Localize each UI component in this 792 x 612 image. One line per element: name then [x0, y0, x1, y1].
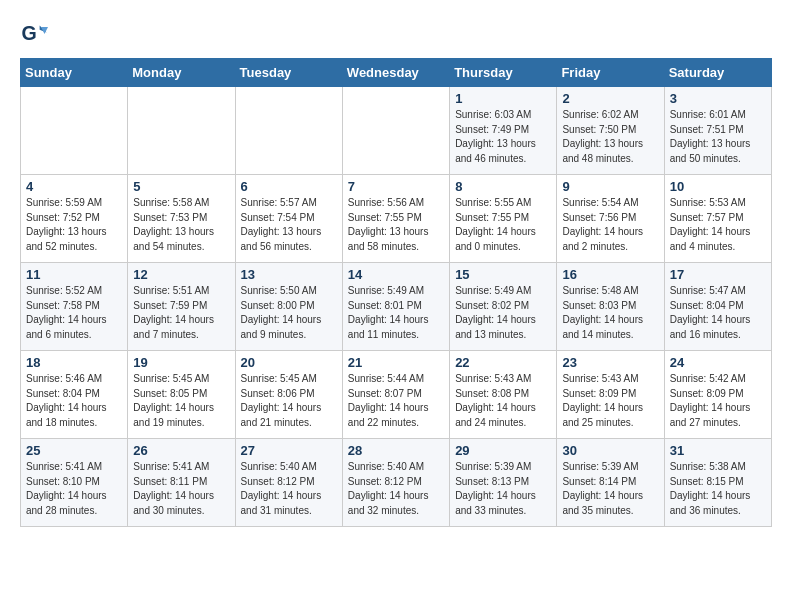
day-number: 18 [26, 355, 123, 370]
day-number: 14 [348, 267, 445, 282]
weekday-header-row: SundayMondayTuesdayWednesdayThursdayFrid… [21, 59, 772, 87]
day-info: Sunrise: 5:49 AM Sunset: 8:01 PM Dayligh… [348, 284, 445, 342]
day-number: 26 [133, 443, 230, 458]
calendar-cell: 9Sunrise: 5:54 AM Sunset: 7:56 PM Daylig… [557, 175, 664, 263]
day-info: Sunrise: 5:43 AM Sunset: 8:08 PM Dayligh… [455, 372, 552, 430]
day-number: 22 [455, 355, 552, 370]
day-info: Sunrise: 5:49 AM Sunset: 8:02 PM Dayligh… [455, 284, 552, 342]
day-number: 21 [348, 355, 445, 370]
calendar-cell: 12Sunrise: 5:51 AM Sunset: 7:59 PM Dayli… [128, 263, 235, 351]
day-number: 10 [670, 179, 767, 194]
day-number: 27 [241, 443, 338, 458]
calendar-cell: 5Sunrise: 5:58 AM Sunset: 7:53 PM Daylig… [128, 175, 235, 263]
day-info: Sunrise: 5:40 AM Sunset: 8:12 PM Dayligh… [348, 460, 445, 518]
day-info: Sunrise: 5:41 AM Sunset: 8:11 PM Dayligh… [133, 460, 230, 518]
day-number: 29 [455, 443, 552, 458]
weekday-header: Wednesday [342, 59, 449, 87]
day-info: Sunrise: 5:45 AM Sunset: 8:05 PM Dayligh… [133, 372, 230, 430]
calendar-cell: 31Sunrise: 5:38 AM Sunset: 8:15 PM Dayli… [664, 439, 771, 527]
day-info: Sunrise: 5:55 AM Sunset: 7:55 PM Dayligh… [455, 196, 552, 254]
day-info: Sunrise: 5:56 AM Sunset: 7:55 PM Dayligh… [348, 196, 445, 254]
day-info: Sunrise: 5:39 AM Sunset: 8:14 PM Dayligh… [562, 460, 659, 518]
day-info: Sunrise: 5:58 AM Sunset: 7:53 PM Dayligh… [133, 196, 230, 254]
calendar-week-row: 11Sunrise: 5:52 AM Sunset: 7:58 PM Dayli… [21, 263, 772, 351]
day-number: 6 [241, 179, 338, 194]
day-number: 4 [26, 179, 123, 194]
calendar-cell: 29Sunrise: 5:39 AM Sunset: 8:13 PM Dayli… [450, 439, 557, 527]
calendar-week-row: 1Sunrise: 6:03 AM Sunset: 7:49 PM Daylig… [21, 87, 772, 175]
calendar-cell: 6Sunrise: 5:57 AM Sunset: 7:54 PM Daylig… [235, 175, 342, 263]
weekday-header: Monday [128, 59, 235, 87]
calendar-week-row: 4Sunrise: 5:59 AM Sunset: 7:52 PM Daylig… [21, 175, 772, 263]
calendar-cell: 10Sunrise: 5:53 AM Sunset: 7:57 PM Dayli… [664, 175, 771, 263]
day-info: Sunrise: 5:45 AM Sunset: 8:06 PM Dayligh… [241, 372, 338, 430]
day-number: 2 [562, 91, 659, 106]
day-number: 3 [670, 91, 767, 106]
day-number: 30 [562, 443, 659, 458]
day-number: 9 [562, 179, 659, 194]
day-info: Sunrise: 5:41 AM Sunset: 8:10 PM Dayligh… [26, 460, 123, 518]
calendar-cell: 1Sunrise: 6:03 AM Sunset: 7:49 PM Daylig… [450, 87, 557, 175]
day-info: Sunrise: 5:51 AM Sunset: 7:59 PM Dayligh… [133, 284, 230, 342]
day-info: Sunrise: 5:40 AM Sunset: 8:12 PM Dayligh… [241, 460, 338, 518]
day-info: Sunrise: 6:03 AM Sunset: 7:49 PM Dayligh… [455, 108, 552, 166]
calendar-cell: 18Sunrise: 5:46 AM Sunset: 8:04 PM Dayli… [21, 351, 128, 439]
day-number: 11 [26, 267, 123, 282]
day-info: Sunrise: 5:39 AM Sunset: 8:13 PM Dayligh… [455, 460, 552, 518]
calendar-cell [342, 87, 449, 175]
calendar-week-row: 18Sunrise: 5:46 AM Sunset: 8:04 PM Dayli… [21, 351, 772, 439]
calendar-cell: 16Sunrise: 5:48 AM Sunset: 8:03 PM Dayli… [557, 263, 664, 351]
weekday-header: Sunday [21, 59, 128, 87]
calendar-week-row: 25Sunrise: 5:41 AM Sunset: 8:10 PM Dayli… [21, 439, 772, 527]
day-info: Sunrise: 5:38 AM Sunset: 8:15 PM Dayligh… [670, 460, 767, 518]
calendar-table: SundayMondayTuesdayWednesdayThursdayFrid… [20, 58, 772, 527]
day-number: 8 [455, 179, 552, 194]
day-number: 12 [133, 267, 230, 282]
calendar-cell: 27Sunrise: 5:40 AM Sunset: 8:12 PM Dayli… [235, 439, 342, 527]
calendar-cell: 3Sunrise: 6:01 AM Sunset: 7:51 PM Daylig… [664, 87, 771, 175]
day-number: 19 [133, 355, 230, 370]
calendar-cell: 7Sunrise: 5:56 AM Sunset: 7:55 PM Daylig… [342, 175, 449, 263]
day-number: 13 [241, 267, 338, 282]
calendar-cell: 8Sunrise: 5:55 AM Sunset: 7:55 PM Daylig… [450, 175, 557, 263]
day-info: Sunrise: 5:57 AM Sunset: 7:54 PM Dayligh… [241, 196, 338, 254]
calendar-cell: 20Sunrise: 5:45 AM Sunset: 8:06 PM Dayli… [235, 351, 342, 439]
calendar-cell: 24Sunrise: 5:42 AM Sunset: 8:09 PM Dayli… [664, 351, 771, 439]
day-info: Sunrise: 5:54 AM Sunset: 7:56 PM Dayligh… [562, 196, 659, 254]
day-number: 25 [26, 443, 123, 458]
calendar-cell: 26Sunrise: 5:41 AM Sunset: 8:11 PM Dayli… [128, 439, 235, 527]
day-number: 24 [670, 355, 767, 370]
calendar-cell: 19Sunrise: 5:45 AM Sunset: 8:05 PM Dayli… [128, 351, 235, 439]
day-number: 17 [670, 267, 767, 282]
day-info: Sunrise: 5:42 AM Sunset: 8:09 PM Dayligh… [670, 372, 767, 430]
day-info: Sunrise: 5:53 AM Sunset: 7:57 PM Dayligh… [670, 196, 767, 254]
day-info: Sunrise: 5:59 AM Sunset: 7:52 PM Dayligh… [26, 196, 123, 254]
svg-text:G: G [21, 22, 36, 44]
calendar-cell: 17Sunrise: 5:47 AM Sunset: 8:04 PM Dayli… [664, 263, 771, 351]
calendar-cell: 21Sunrise: 5:44 AM Sunset: 8:07 PM Dayli… [342, 351, 449, 439]
day-info: Sunrise: 5:44 AM Sunset: 8:07 PM Dayligh… [348, 372, 445, 430]
calendar-cell: 13Sunrise: 5:50 AM Sunset: 8:00 PM Dayli… [235, 263, 342, 351]
day-info: Sunrise: 6:01 AM Sunset: 7:51 PM Dayligh… [670, 108, 767, 166]
day-info: Sunrise: 5:43 AM Sunset: 8:09 PM Dayligh… [562, 372, 659, 430]
day-number: 20 [241, 355, 338, 370]
day-info: Sunrise: 5:48 AM Sunset: 8:03 PM Dayligh… [562, 284, 659, 342]
calendar-cell: 30Sunrise: 5:39 AM Sunset: 8:14 PM Dayli… [557, 439, 664, 527]
calendar-cell: 4Sunrise: 5:59 AM Sunset: 7:52 PM Daylig… [21, 175, 128, 263]
day-info: Sunrise: 5:46 AM Sunset: 8:04 PM Dayligh… [26, 372, 123, 430]
calendar-cell: 11Sunrise: 5:52 AM Sunset: 7:58 PM Dayli… [21, 263, 128, 351]
day-number: 31 [670, 443, 767, 458]
day-info: Sunrise: 5:52 AM Sunset: 7:58 PM Dayligh… [26, 284, 123, 342]
page-header: G [20, 20, 772, 48]
weekday-header: Saturday [664, 59, 771, 87]
calendar-cell [128, 87, 235, 175]
logo-icon: G [20, 20, 48, 48]
calendar-cell [21, 87, 128, 175]
calendar-cell: 28Sunrise: 5:40 AM Sunset: 8:12 PM Dayli… [342, 439, 449, 527]
calendar-cell: 14Sunrise: 5:49 AM Sunset: 8:01 PM Dayli… [342, 263, 449, 351]
calendar-cell: 15Sunrise: 5:49 AM Sunset: 8:02 PM Dayli… [450, 263, 557, 351]
day-number: 1 [455, 91, 552, 106]
calendar-cell: 2Sunrise: 6:02 AM Sunset: 7:50 PM Daylig… [557, 87, 664, 175]
day-number: 5 [133, 179, 230, 194]
calendar-cell: 25Sunrise: 5:41 AM Sunset: 8:10 PM Dayli… [21, 439, 128, 527]
